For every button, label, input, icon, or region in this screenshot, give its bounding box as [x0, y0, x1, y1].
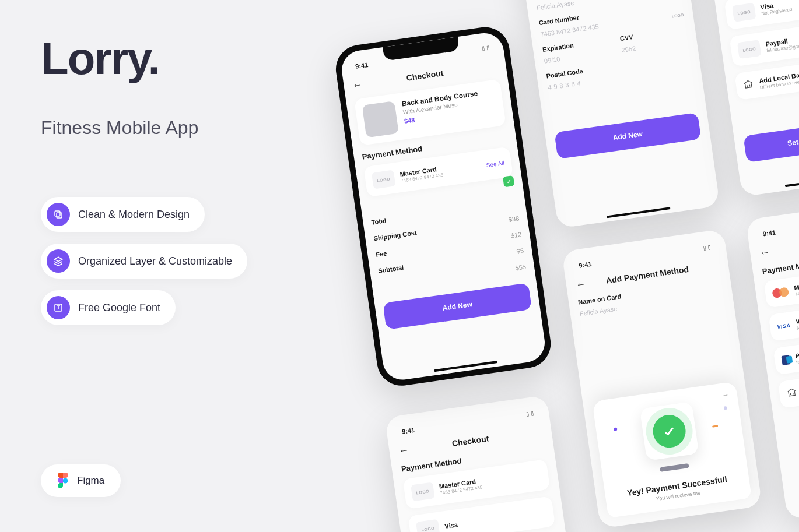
subtitle: Fitness Mobile App — [41, 117, 321, 139]
svg-rect-0 — [57, 213, 62, 218]
feature-label: Free Google Font — [78, 302, 160, 314]
status-time: 9:41 — [401, 427, 415, 435]
course-image — [362, 101, 399, 138]
bank-icon — [742, 78, 755, 92]
figma-icon — [57, 473, 69, 489]
payment-name: Paypall — [795, 339, 799, 360]
copy-icon — [47, 203, 70, 226]
success-check-icon — [651, 413, 688, 449]
paypal-icon — [781, 355, 790, 365]
feature-item: Organized Layer & Customizable — [41, 244, 247, 279]
fee-label: Fee — [376, 250, 387, 259]
figma-label: Figma — [77, 475, 104, 487]
svg-point-3 — [63, 478, 68, 484]
subtotal-label: Subtotal — [378, 264, 404, 274]
back-icon[interactable]: ← — [575, 277, 587, 291]
figma-badge: Figma — [41, 464, 121, 497]
back-icon[interactable]: ← — [351, 78, 363, 91]
back-icon[interactable]: ← — [759, 246, 771, 259]
svg-rect-1 — [55, 211, 60, 216]
status-time: 9:41 — [579, 260, 592, 269]
home-indicator[interactable] — [434, 361, 497, 372]
subtotal-value: $5 — [516, 247, 524, 255]
type-icon — [47, 296, 70, 319]
logo-placeholder: LOGO — [732, 3, 756, 22]
home-indicator[interactable] — [607, 207, 670, 218]
status-icons: 􀙇􀛨 — [526, 410, 534, 418]
shipping-value: $38 — [508, 214, 520, 223]
total-value: $55 — [515, 263, 527, 272]
payment-method-card[interactable]: LOGO VisaNot Registered — [724, 0, 799, 30]
status-time: 9:41 — [762, 228, 776, 237]
logo-placeholder: LOGO — [372, 170, 396, 189]
add-new-button[interactable]: Add New — [554, 112, 701, 159]
payment-name: Master Card — [794, 272, 799, 291]
feature-item: Clean & Modern Design — [41, 197, 205, 232]
layers-icon — [47, 249, 70, 273]
visa-icon: VISA — [777, 322, 791, 330]
status-icons: 􀙇􀛨 — [482, 44, 490, 52]
selected-check-icon — [503, 175, 514, 187]
back-icon[interactable]: ← — [398, 443, 410, 457]
status-time: 9:41 — [355, 61, 368, 70]
logo-placeholder: LOGO — [737, 40, 762, 59]
total-label: Total — [371, 217, 387, 226]
fee-value: $12 — [510, 231, 522, 239]
shipping-label: Shipping Cost — [373, 229, 417, 242]
logo-placeholder: LOGO — [411, 482, 435, 501]
feature-label: Organized Layer & Customizable — [78, 255, 232, 267]
close-icon[interactable]: → — [721, 390, 730, 400]
see-all-link[interactable]: See All — [486, 159, 504, 168]
screen-title: Checkout — [451, 434, 489, 448]
brand-title: Lorry. — [41, 32, 321, 85]
set-default-button[interactable]: Set As Default — [743, 118, 799, 163]
payment-name: Visa — [444, 509, 547, 530]
logo-placeholder: LOGO — [671, 12, 684, 18]
payment-name: Visa — [796, 305, 799, 325]
logo-placeholder: LOGO — [416, 519, 440, 532]
feature-item: Free Google Font — [41, 290, 176, 325]
home-indicator[interactable] — [785, 176, 799, 187]
status-icons: 􀙇􀛨 — [703, 244, 711, 252]
mastercard-icon — [772, 286, 789, 299]
screen-title: Checkout — [406, 68, 444, 83]
bank-icon — [786, 386, 798, 400]
feature-label: Clean & Modern Design — [78, 209, 190, 221]
